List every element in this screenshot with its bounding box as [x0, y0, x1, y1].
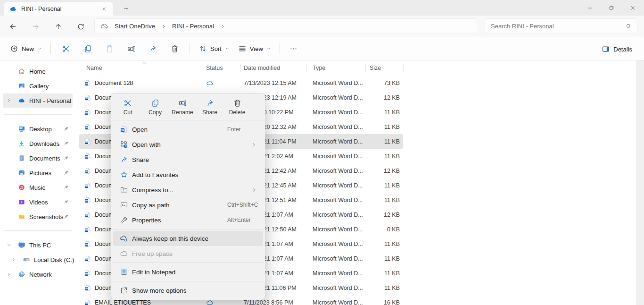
- column-divider[interactable]: [306, 64, 307, 72]
- menu-item-show-more-options[interactable]: Show more options: [113, 283, 263, 298]
- sidebar-item-videos[interactable]: Videos: [3, 195, 73, 209]
- menu-item-open-with[interactable]: Open with: [113, 137, 263, 152]
- menu-item-copy-as-path[interactable]: Copy as pathCtrl+Shift+C: [113, 197, 263, 212]
- forward-button[interactable]: [29, 20, 41, 33]
- details-button[interactable]: Details: [597, 41, 636, 57]
- file-type: Microsoft Word D...: [313, 119, 365, 134]
- menu-item-compress-to-[interactable]: Compress to...: [113, 182, 263, 197]
- share-icon: [206, 99, 215, 108]
- sidebar-item-downloads[interactable]: Downloads: [3, 136, 73, 151]
- menu-item-share[interactable]: Share: [113, 152, 263, 167]
- context-quick-copy[interactable]: Copy: [142, 98, 168, 116]
- rename-button[interactable]: [120, 41, 142, 57]
- sidebar-item-pictures[interactable]: Pictures: [3, 166, 73, 180]
- menu-separator: [112, 229, 264, 229]
- menu-item-add-to-favorites[interactable]: Add to Favorites: [113, 167, 263, 182]
- paste-icon: [105, 44, 114, 53]
- menu-item-properties[interactable]: PropertiesAlt+Enter: [113, 212, 263, 228]
- chevron-right-icon[interactable]: [161, 24, 166, 29]
- file-type: Microsoft Word D...: [313, 134, 365, 149]
- context-menu-items: WOpenEnterOpen withShareAdd to Favorites…: [111, 120, 265, 300]
- chevron-right-icon[interactable]: [7, 98, 11, 103]
- breadcrumb-current[interactable]: RINI - Personal: [170, 22, 216, 31]
- context-quick-delete[interactable]: Delete: [224, 98, 250, 116]
- forward-arrow-icon: [32, 23, 40, 31]
- column-header-type[interactable]: Type: [313, 60, 325, 76]
- sidebar-item-screenshots[interactable]: Screenshots: [3, 210, 73, 224]
- home-icon: [18, 68, 25, 75]
- search-input[interactable]: [490, 22, 625, 30]
- chevron-right-icon[interactable]: [220, 24, 225, 29]
- copy-button[interactable]: [77, 41, 99, 57]
- chevron-down-icon[interactable]: [7, 243, 11, 247]
- sort-ascending-icon: [141, 60, 147, 66]
- view-button[interactable]: View: [234, 41, 275, 57]
- column-header-name[interactable]: Name: [86, 60, 102, 76]
- paste-button[interactable]: [99, 41, 120, 57]
- address-bar[interactable]: Start OneDrive RINI - Personal: [94, 18, 477, 34]
- new-label: New: [22, 45, 34, 52]
- sidebar-item-label: Desktop: [29, 126, 52, 133]
- search-box[interactable]: [485, 18, 637, 34]
- gallery-icon: [18, 82, 25, 90]
- refresh-icon: [77, 23, 85, 31]
- vertical-scrollbar[interactable]: [636, 60, 644, 305]
- see-more-button[interactable]: [284, 41, 303, 57]
- sidebar-item-rini-personal[interactable]: RINI - Personal: [3, 93, 73, 108]
- minimize-button[interactable]: [579, 0, 601, 16]
- breadcrumb-root[interactable]: Start OneDrive: [113, 22, 157, 31]
- svg-text:W: W: [85, 141, 88, 144]
- menu-item-open[interactable]: WOpenEnter: [113, 122, 263, 137]
- word-file-icon: W: [84, 138, 91, 145]
- new-tab-button[interactable]: [121, 4, 131, 13]
- sidebar-item-music[interactable]: Music: [3, 180, 73, 195]
- chevron-right-icon[interactable]: [7, 272, 11, 277]
- menu-item-always-keep-on-this-device[interactable]: Always keep on this device: [113, 231, 263, 246]
- menu-item-edit-in-notepad[interactable]: Edit in Notepad: [113, 264, 263, 280]
- file-row[interactable]: WDocument 1287/13/2023 12:15 AMMicrosoft…: [75, 76, 403, 90]
- share-icon: [120, 155, 128, 164]
- sort-button[interactable]: Sort: [194, 41, 234, 57]
- music-icon: [18, 184, 25, 191]
- delete-button[interactable]: [164, 41, 185, 57]
- cut-button[interactable]: [55, 41, 77, 57]
- zip-icon: [120, 186, 128, 194]
- column-header-status[interactable]: Status: [206, 60, 223, 76]
- sidebar-item-network[interactable]: Network: [3, 267, 73, 281]
- new-button[interactable]: New: [6, 41, 46, 57]
- file-size: 11 KB: [365, 193, 400, 207]
- sidebar-item-this-pc[interactable]: This PC: [3, 238, 73, 252]
- share-button[interactable]: [142, 41, 164, 57]
- sidebar-item-gallery[interactable]: Gallery: [3, 79, 73, 93]
- pin-icon: [63, 169, 69, 176]
- quick-action-label: Rename: [172, 109, 193, 116]
- pc-icon: [18, 241, 25, 249]
- explorer-tab[interactable]: RINI - Personal: [4, 2, 113, 16]
- word-file-icon: W: [84, 109, 91, 116]
- sidebar-item-home[interactable]: Home: [3, 64, 73, 78]
- sidebar-item-documents[interactable]: Documents: [3, 151, 73, 165]
- close-button[interactable]: [622, 0, 644, 16]
- word-file-icon: W: [84, 167, 91, 175]
- column-divider[interactable]: [240, 64, 241, 72]
- chevron-right-icon[interactable]: [11, 257, 16, 262]
- file-type: Microsoft Word D...: [313, 251, 365, 266]
- back-button[interactable]: [7, 20, 19, 33]
- up-button[interactable]: [52, 20, 64, 33]
- context-quick-share[interactable]: Share: [197, 98, 223, 116]
- column-header-size[interactable]: Size: [370, 60, 381, 76]
- word-file-icon: W: [84, 255, 91, 263]
- sidebar-item-local-disk-c-[interactable]: Local Disk (C:): [3, 253, 73, 267]
- disk-icon: [23, 256, 30, 263]
- refresh-button[interactable]: [74, 20, 87, 33]
- column-divider[interactable]: [203, 64, 203, 72]
- column-header-date[interactable]: Date modified: [244, 60, 280, 76]
- maximize-button[interactable]: [601, 0, 622, 16]
- column-divider[interactable]: [403, 64, 404, 72]
- tab-close-button[interactable]: [99, 4, 109, 14]
- column-divider[interactable]: [365, 64, 366, 72]
- context-quick-cut[interactable]: Cut: [115, 98, 141, 116]
- sidebar-item-desktop[interactable]: Desktop: [3, 122, 73, 136]
- context-quick-rename[interactable]: Rename: [169, 98, 196, 116]
- pin-icon: [63, 155, 69, 161]
